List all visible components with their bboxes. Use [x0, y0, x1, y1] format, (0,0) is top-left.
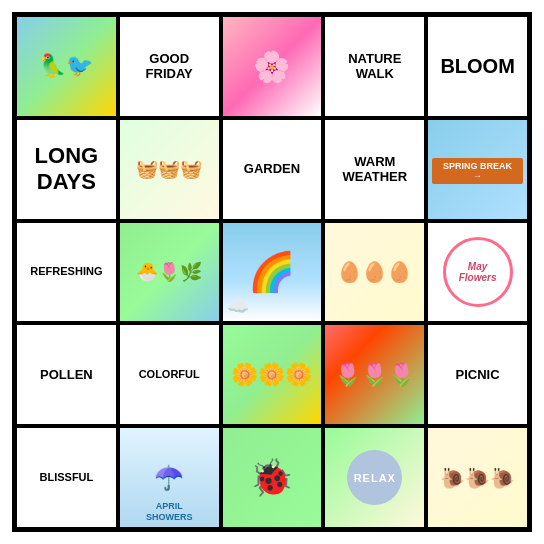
- relax-badge: RELAX: [347, 450, 402, 505]
- cell-r2c0: REFRESHING: [15, 221, 118, 324]
- cell-r3c0: POLLEN: [15, 323, 118, 426]
- cell-text-r1c3: WARMWEATHER: [342, 154, 407, 185]
- cell-r0c0: [15, 15, 118, 118]
- cell-r1c1: [118, 118, 221, 221]
- cell-text-r4c0: BLISSFUL: [40, 471, 94, 484]
- cell-text-r0c3: NATURE WALK: [329, 51, 420, 82]
- cell-r4c1: ☂️ APRILSHOWERS: [118, 426, 221, 529]
- cell-r4c2: [221, 426, 324, 529]
- cell-r3c1: COLORFUL: [118, 323, 221, 426]
- cell-r2c3: [323, 221, 426, 324]
- cell-r1c4: SPRING BREAK →: [426, 118, 529, 221]
- relax-text: RELAX: [354, 472, 396, 484]
- cell-r0c2: [221, 15, 324, 118]
- cell-r3c3: [323, 323, 426, 426]
- may-flowers-circle: May Flowers: [443, 237, 513, 307]
- spring-break-sign: SPRING BREAK →: [432, 158, 523, 184]
- cell-r0c1: GOODFRIDAY: [118, 15, 221, 118]
- bingo-board: GOODFRIDAY NATURE WALK BLOOM LONGDAYS GA…: [12, 12, 532, 532]
- cell-r2c1: [118, 221, 221, 324]
- cell-r2c4: May Flowers: [426, 221, 529, 324]
- cell-text-r3c4: PICNIC: [456, 367, 500, 383]
- april-showers-text: APRILSHOWERS: [146, 501, 193, 523]
- cell-text-r1c0: LONGDAYS: [35, 143, 99, 196]
- cloud-emoji: ☁️: [227, 295, 249, 317]
- cell-r0c3: NATURE WALK: [323, 15, 426, 118]
- cell-r3c2: [221, 323, 324, 426]
- cell-text-r0c4: BLOOM: [440, 54, 514, 78]
- flowers-text: Flowers: [459, 272, 497, 283]
- cell-r4c4: [426, 426, 529, 529]
- cell-r3c4: PICNIC: [426, 323, 529, 426]
- cell-r4c0: BLISSFUL: [15, 426, 118, 529]
- cell-text-r0c1: GOODFRIDAY: [146, 51, 193, 82]
- cell-r4c3: RELAX: [323, 426, 426, 529]
- cell-text-r3c1: COLORFUL: [139, 368, 200, 381]
- cell-text-r1c2: GARDEN: [244, 161, 300, 177]
- may-text: May: [468, 261, 487, 272]
- cell-text-r3c0: POLLEN: [40, 367, 93, 383]
- cell-r1c2: GARDEN: [221, 118, 324, 221]
- umbrella-emoji: ☂️: [154, 464, 184, 492]
- cell-r2c2: 🌈 ☁️: [221, 221, 324, 324]
- cell-r0c4: BLOOM: [426, 15, 529, 118]
- rainbow-emoji: 🌈: [248, 250, 295, 294]
- cell-r1c3: WARMWEATHER: [323, 118, 426, 221]
- cell-r1c0: LONGDAYS: [15, 118, 118, 221]
- cell-text-r2c0: REFRESHING: [30, 265, 102, 278]
